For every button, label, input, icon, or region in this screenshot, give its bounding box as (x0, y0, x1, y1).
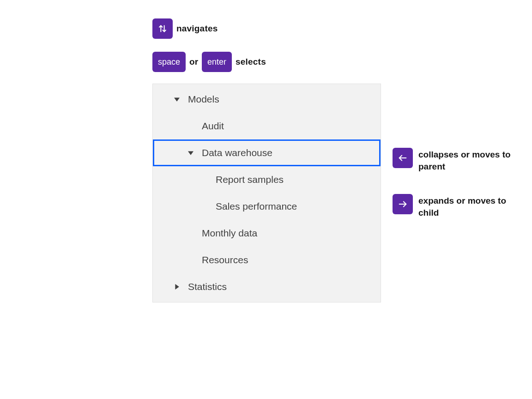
space-key-badge: space (152, 52, 186, 72)
hint-select: space or enter selects (152, 52, 266, 72)
tree-item-label: Data warehouse (202, 147, 272, 158)
tree-item-statistics[interactable]: Statistics (153, 273, 381, 300)
tree-item-label: Audit (202, 121, 224, 132)
caret-down-icon[interactable] (173, 96, 181, 103)
tree-item-audit[interactable]: Audit (153, 113, 381, 139)
hint-expand: expands or moves to child (393, 194, 522, 218)
hint-expand-label: expands or moves to child (418, 194, 511, 218)
tree-item-models[interactable]: Models (153, 86, 381, 113)
tree-item-label: Resources (202, 254, 248, 266)
tree-item-sales-performance[interactable]: Sales performance (153, 193, 381, 220)
hint-select-label: selects (236, 57, 266, 67)
enter-key-badge: enter (202, 52, 232, 72)
tree-item-data-warehouse[interactable]: Data warehouse (153, 139, 381, 166)
tree-item-label: Report samples (216, 174, 284, 185)
hint-select-or: or (189, 57, 198, 67)
tree-view[interactable]: Models Audit Data warehouse Report sampl… (152, 84, 381, 302)
tree-item-label: Statistics (188, 281, 227, 292)
tree-item-resources[interactable]: Resources (153, 247, 381, 273)
tree-item-label: Monthly data (202, 228, 257, 239)
tree-item-label: Sales performance (216, 201, 297, 212)
hint-navigate: navigates (152, 18, 218, 39)
hint-collapse: collapses or moves to parent (393, 148, 522, 172)
tree-item-label: Models (188, 94, 219, 105)
updown-arrows-icon (152, 18, 173, 39)
hint-collapse-label: collapses or moves to parent (418, 148, 511, 172)
caret-right-icon[interactable] (173, 283, 181, 290)
tree-item-monthly-data[interactable]: Monthly data (153, 220, 381, 247)
tree-item-report-samples[interactable]: Report samples (153, 166, 381, 193)
arrow-right-icon (393, 194, 413, 214)
arrow-left-icon (393, 148, 413, 168)
hint-navigate-label: navigates (176, 24, 218, 34)
caret-down-icon[interactable] (187, 149, 194, 157)
